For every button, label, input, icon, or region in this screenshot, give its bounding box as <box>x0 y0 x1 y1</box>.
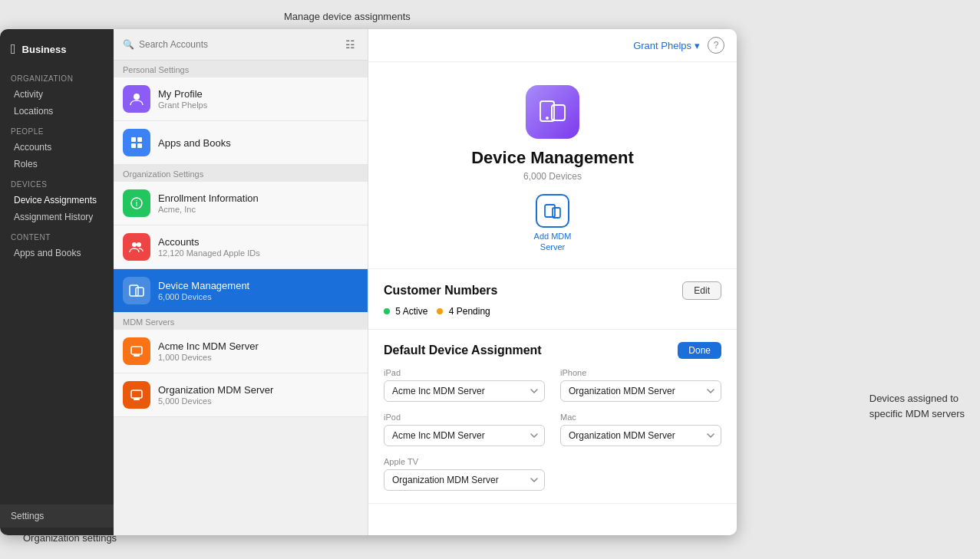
section-label-people: People <box>0 120 114 139</box>
svg-point-8 <box>137 242 141 247</box>
customer-numbers-title: Customer Numbers <box>384 284 497 298</box>
middle-panel: 🔍 ☷ Personal Settings My Profile Grant P… <box>114 29 368 535</box>
add-mdm-button[interactable]: Add MDM Server <box>534 194 572 253</box>
apps-books-icon <box>123 129 150 156</box>
assignment-grid: iPad Acme Inc MDM Server Organization MD… <box>384 368 721 491</box>
acme-mdm-text: Acme Inc MDM Server 1,000 Devices <box>158 340 259 362</box>
apple-tv-label: Apple TV <box>384 457 545 466</box>
mac-field: Mac Acme Inc MDM Server Organization MDM… <box>560 413 721 446</box>
customer-numbers-section: Customer Numbers Edit 5 Active 4 Pending <box>368 269 737 330</box>
list-item-apps-books[interactable]: Apps and Books <box>114 121 368 165</box>
acme-mdm-icon <box>123 337 150 365</box>
sidebar-item-activity[interactable]: Activity <box>3 86 111 103</box>
pending-dot <box>437 308 443 314</box>
sidebar-bottom: Settings <box>0 497 114 535</box>
ipod-field: iPod Acme Inc MDM Server Organization MD… <box>384 413 545 446</box>
apple-tv-select[interactable]: Acme Inc MDM Server Organization MDM Ser… <box>384 469 545 491</box>
list-item-acme-mdm[interactable]: Acme Inc MDM Server 1,000 Devices <box>114 330 368 373</box>
my-profile-text: My Profile Grant Phelps <box>158 88 207 110</box>
sidebar-item-device-assignments[interactable]: Device Assignments <box>3 192 111 209</box>
enrollment-text: Enrollment Information Acme, Inc <box>158 192 259 214</box>
svg-rect-14 <box>134 398 140 400</box>
hero-section: Device Management 6,000 Devices Add MDM … <box>368 62 737 269</box>
accounts-icon <box>123 233 150 261</box>
done-button[interactable]: Done <box>678 342 721 359</box>
svg-rect-18 <box>545 205 555 217</box>
sidebar-item-apps-and-books[interactable]: Apps and Books <box>3 245 111 261</box>
main-window:  Business Organization Activity Locatio… <box>0 29 737 535</box>
enrollment-icon: i <box>123 189 150 217</box>
svg-rect-11 <box>131 347 142 354</box>
sidebar:  Business Organization Activity Locatio… <box>0 29 114 535</box>
assignment-title: Default Device Assignment <box>384 344 542 357</box>
search-bar: 🔍 ☷ <box>114 29 368 61</box>
ipod-label: iPod <box>384 413 545 422</box>
sidebar-item-locations[interactable]: Locations <box>3 103 111 120</box>
ipad-select[interactable]: Acme Inc MDM Server Organization MDM Ser… <box>384 380 545 402</box>
filter-button[interactable]: ☷ <box>342 37 358 52</box>
customer-numbers-row: Customer Numbers Edit <box>384 281 721 300</box>
iphone-label: iPhone <box>560 368 721 377</box>
svg-rect-4 <box>137 143 142 148</box>
list-item-device-management[interactable]: Device Management 6,000 Devices <box>114 269 368 313</box>
annotation-top: Manage device assignments <box>284 11 411 22</box>
org-mdm-text: Organization MDM Server 5,000 Devices <box>158 384 273 406</box>
section-label-content: Content <box>0 225 114 245</box>
mdm-servers-header: MDM Servers <box>114 313 368 330</box>
iphone-select[interactable]: Acme Inc MDM Server Organization MDM Ser… <box>560 380 721 402</box>
sidebar-item-roles[interactable]: Roles <box>3 156 111 173</box>
device-management-icon <box>123 277 150 304</box>
content-header: Grant Phelps ▾ ? <box>368 29 737 62</box>
sidebar-brand: Business <box>22 44 67 55</box>
hero-subtitle: 6,000 Devices <box>523 171 582 182</box>
iphone-field: iPhone Acme Inc MDM Server Organization … <box>560 368 721 402</box>
svg-point-17 <box>546 117 549 120</box>
svg-text:i: i <box>136 199 137 208</box>
sidebar-logo:  Business <box>0 29 114 67</box>
chevron-down-icon: ▾ <box>695 40 700 51</box>
help-button[interactable]: ? <box>708 37 724 54</box>
apple-logo-icon:  <box>11 41 16 58</box>
add-mdm-label: Add MDM Server <box>534 231 572 253</box>
svg-point-0 <box>134 94 140 100</box>
mac-label: Mac <box>560 413 721 422</box>
default-assignment-section: Default Device Assignment Done iPad Acme… <box>368 330 737 504</box>
section-label-devices: Devices <box>0 173 114 192</box>
device-management-text: Device Management 6,000 Devices <box>158 280 249 301</box>
assignment-title-row: Default Device Assignment Done <box>384 342 721 359</box>
svg-rect-1 <box>131 137 136 142</box>
add-mdm-icon <box>536 194 569 228</box>
pending-status: 4 Pending <box>437 306 490 317</box>
list-item-my-profile[interactable]: My Profile Grant Phelps <box>114 77 368 121</box>
list-item-accounts-settings[interactable]: Accounts 12,120 Managed Apple IDs <box>114 225 368 269</box>
user-menu-button[interactable]: Grant Phelps ▾ <box>633 40 700 51</box>
search-icon: 🔍 <box>123 39 134 50</box>
search-input[interactable] <box>139 39 338 50</box>
apps-books-text: Apps and Books <box>158 137 231 149</box>
edit-button[interactable]: Edit <box>682 281 721 300</box>
svg-rect-3 <box>131 143 136 148</box>
list-item-org-mdm[interactable]: Organization MDM Server 5,000 Devices <box>114 373 368 417</box>
mac-select[interactable]: Acme Inc MDM Server Organization MDM Ser… <box>560 425 721 446</box>
annotation-right: Devices assigned to specific MDM servers <box>869 391 965 421</box>
hero-title: Device Management <box>471 148 634 168</box>
personal-settings-header: Personal Settings <box>114 61 368 77</box>
section-label-organization: Organization <box>0 67 114 86</box>
accounts-settings-text: Accounts 12,120 Managed Apple IDs <box>158 236 260 258</box>
active-status: 5 Active <box>384 306 427 317</box>
svg-rect-2 <box>137 137 142 142</box>
svg-rect-12 <box>134 354 140 357</box>
ipad-label: iPad <box>384 368 545 377</box>
ipod-select[interactable]: Acme Inc MDM Server Organization MDM Ser… <box>384 425 545 446</box>
svg-rect-13 <box>131 390 142 398</box>
sidebar-item-accounts[interactable]: Accounts <box>3 139 111 156</box>
svg-point-7 <box>132 242 137 247</box>
svg-rect-10 <box>136 288 144 296</box>
settings-button[interactable]: Settings <box>0 505 114 528</box>
org-settings-header: Organization Settings <box>114 165 368 182</box>
org-mdm-icon <box>123 381 150 409</box>
ipad-field: iPad Acme Inc MDM Server Organization MD… <box>384 368 545 402</box>
my-profile-icon <box>123 85 150 113</box>
sidebar-item-assignment-history[interactable]: Assignment History <box>3 209 111 225</box>
list-item-enrollment[interactable]: i Enrollment Information Acme, Inc <box>114 182 368 225</box>
